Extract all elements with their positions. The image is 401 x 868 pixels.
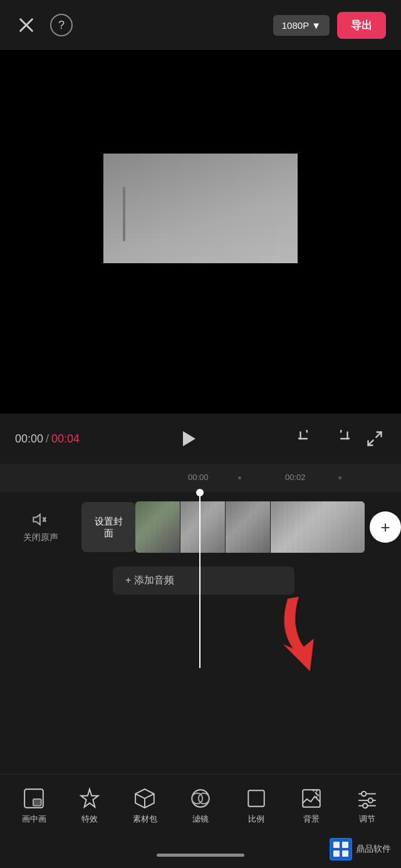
video-track-row: 关闭原声 设置封面 + [0,493,401,562]
video-thumb-1 [135,501,180,553]
svg-marker-5 [33,515,40,525]
video-thumb-2 [180,501,226,553]
svg-marker-10 [81,789,98,807]
ruler-time-2: 00:02 [285,473,306,482]
ruler-time-0: 00:00 [188,473,209,482]
resolution-button[interactable]: 1080P ▼ [273,15,330,36]
toolbar-item-filter[interactable]: 滤镜 [175,787,226,825]
svg-line-17 [313,790,320,797]
add-audio-button[interactable]: + 添加音频 [113,567,294,595]
add-clip-icon: + [380,518,390,537]
ruler-dot-2 [338,476,341,479]
svg-point-19 [362,791,366,795]
mute-button[interactable]: 关闭原声 [0,511,81,543]
preview-bg-right [298,50,401,414]
svg-line-3 [376,432,381,437]
video-preview [0,50,401,414]
svg-point-13 [199,793,209,803]
help-button[interactable]: ? [50,14,73,36]
svg-point-11 [192,790,209,807]
help-icon: ? [58,19,65,32]
preview-right-frame [185,154,298,263]
play-button[interactable] [174,425,202,452]
svg-line-4 [368,440,373,445]
redo-button[interactable] [330,427,352,450]
svg-point-23 [363,803,367,807]
time-separator: / [46,432,49,446]
set-cover-button[interactable]: 设置封面 [81,502,135,552]
watermark-logo [330,838,352,860]
effects-label: 特效 [81,813,98,825]
audio-track-row: + 添加音频 [113,562,363,599]
add-audio-label: + 添加音频 [125,574,174,587]
fullscreen-button[interactable] [363,427,386,450]
toolbar-item-background[interactable]: 背景 [286,787,336,825]
ruler-dot-1 [238,476,241,479]
svg-point-21 [368,798,372,802]
export-button[interactable]: 导出 [337,12,386,39]
svg-rect-26 [342,842,348,848]
preview-bg-left [0,50,103,414]
time-total: 00:04 [51,432,80,446]
watermark-text: 鼎品软件 [356,844,391,855]
playback-controls: 00:00 / 00:04 [0,414,401,464]
cover-label: 设置封面 [93,515,124,540]
pip-icon [23,787,45,810]
effects-icon [78,787,101,810]
ratio-icon [245,787,268,810]
video-thumb-3 [226,501,271,553]
materials-label: 素材包 [133,813,157,825]
timeline-tracks: 关闭原声 设置封面 + [0,493,401,668]
materials-icon [133,787,156,810]
preview-image [103,154,298,263]
close-button[interactable] [15,14,38,36]
toolbar-item-pip[interactable]: 画中画 [9,787,59,825]
add-clip-button[interactable]: + [370,511,401,543]
pip-label: 画中画 [22,813,46,825]
video-thumb-4 [271,501,365,553]
timeline-playhead [199,493,200,668]
filter-icon [189,787,212,810]
preview-black-bottom [103,263,298,414]
top-bar: ? 1080P ▼ 导出 [0,0,401,50]
preview-black-top [103,50,298,154]
home-indicator [157,854,244,857]
background-icon [300,787,323,810]
adjust-label: 调节 [359,813,375,825]
video-track[interactable] [135,501,365,553]
adjust-icon [356,787,378,810]
undo-button[interactable] [296,427,318,450]
svg-rect-28 [342,850,348,857]
watermark: 鼎品软件 [330,838,391,860]
svg-marker-2 [183,431,195,446]
time-current: 00:00 [15,432,43,446]
bottom-toolbar: 画中画 特效 素材包 滤镜 [0,774,401,837]
filter-label: 滤镜 [192,813,209,825]
svg-rect-14 [248,790,264,806]
mute-label: 关闭原声 [23,532,58,543]
controls-right [296,427,386,450]
controls-center [80,425,296,452]
ratio-label: 比例 [248,813,264,825]
background-label: 背景 [303,813,320,825]
toolbar-item-materials[interactable]: 素材包 [120,787,170,825]
svg-rect-9 [33,799,41,806]
svg-rect-25 [333,842,340,848]
top-bar-right: 1080P ▼ 导出 [273,12,386,39]
top-bar-left: ? [15,14,73,36]
time-display: 00:00 / 00:04 [15,432,80,446]
toolbar-item-effects[interactable]: 特效 [65,787,115,825]
toolbar-item-adjust[interactable]: 调节 [342,787,392,825]
toolbar-item-ratio[interactable]: 比例 [231,787,281,825]
svg-rect-27 [333,850,340,857]
